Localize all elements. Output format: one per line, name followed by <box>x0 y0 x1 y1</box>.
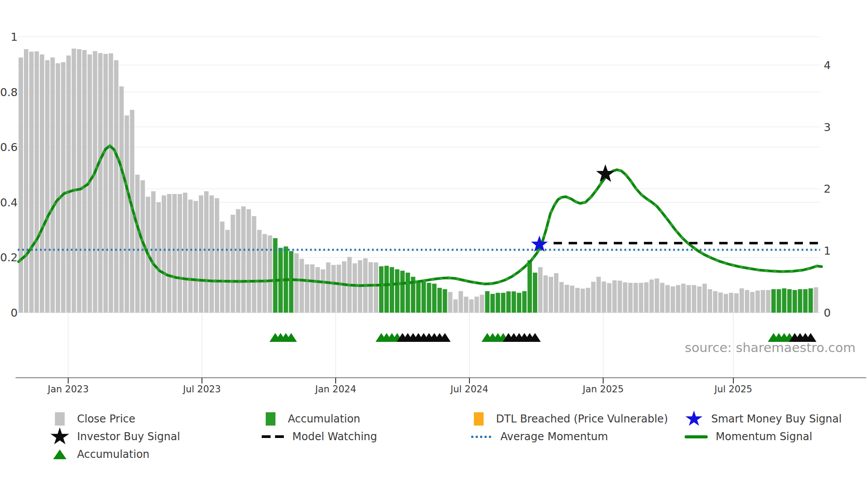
x-axis: Jan 2023Jul 2023Jan 2024Jul 2024Jan 2025… <box>16 378 866 395</box>
close-price-bar <box>135 175 140 313</box>
black-dash-icon <box>260 435 285 438</box>
close-price-bar <box>692 285 696 313</box>
close-price-bar <box>119 86 124 313</box>
accumulation-bar <box>527 260 532 313</box>
close-price-bar <box>639 283 643 313</box>
close-price-bar <box>591 282 596 313</box>
close-price-bar <box>124 116 129 313</box>
close-price-bar <box>321 269 325 313</box>
right-tick-label: 3 <box>824 121 831 134</box>
left-tick-label: 0 <box>11 306 18 319</box>
close-price-bar <box>199 195 203 313</box>
legend-item-dtl-breached: DTL Breached (Price Vulnerable) <box>469 410 668 428</box>
accumulation-bar <box>787 289 792 313</box>
close-price-bar <box>459 291 463 313</box>
left-tick-label: 1 <box>11 31 18 43</box>
legend-item-model-watching: Model Watching <box>260 428 377 445</box>
close-price-bar <box>337 265 341 313</box>
accumulation-bar <box>422 282 426 313</box>
accumulation-bar <box>443 289 447 313</box>
close-price-bar <box>554 273 558 313</box>
close-price-bar <box>766 290 771 313</box>
accumulation-bar <box>809 288 813 313</box>
accumulation-bar <box>517 293 521 313</box>
accumulation-bar <box>782 288 787 313</box>
legend-label: Smart Money Buy Signal <box>711 413 842 425</box>
legend-label: Momentum Signal <box>716 430 812 443</box>
close-price-bar <box>66 55 71 313</box>
close-price-bar <box>156 202 161 313</box>
legend: Close Price Investor Buy Signal Accumula… <box>0 410 868 472</box>
close-price-bar <box>549 277 553 313</box>
close-price-bar <box>480 295 484 313</box>
close-price-bar <box>670 287 675 313</box>
close-price-bar <box>162 195 166 313</box>
close-price-bar <box>655 279 659 313</box>
close-price-bar <box>724 294 728 313</box>
close-price-bar <box>299 259 304 313</box>
close-price-bar <box>257 230 262 313</box>
close-price-bar <box>72 49 76 313</box>
close-price-bar <box>183 193 187 313</box>
x-tick-label: Jan 2023 <box>47 384 89 395</box>
right-tick-label: 2 <box>824 182 831 195</box>
close-price-bar <box>469 299 473 313</box>
close-price-bar <box>236 209 240 313</box>
close-price-bar <box>570 286 574 313</box>
close-price-bar <box>209 195 214 313</box>
accumulation-bar <box>438 288 442 313</box>
legend-column-3: DTL Breached (Price Vulnerable) Average … <box>469 410 668 445</box>
right-tick-label: 0 <box>824 306 831 319</box>
left-axis-labels: 00.20.40.60.81 <box>0 31 18 319</box>
close-price-bar <box>151 191 155 313</box>
close-price-swatch-icon <box>50 412 70 426</box>
legend-label: Model Watching <box>292 430 377 443</box>
close-price-bar <box>114 60 118 313</box>
close-price-bar <box>814 287 818 313</box>
orange-square-icon <box>469 412 489 426</box>
close-price-bar <box>453 299 458 313</box>
accumulation-bar <box>390 267 394 313</box>
close-price-bar <box>474 297 479 313</box>
close-price-bar <box>204 191 209 313</box>
close-price-bar <box>77 49 81 313</box>
close-price-bar <box>702 284 707 313</box>
close-price-bar <box>35 51 39 313</box>
close-price-bar <box>24 49 28 313</box>
right-axis-labels: 01234 <box>824 59 831 319</box>
green-line-icon <box>684 435 709 438</box>
accumulation-bar <box>379 266 384 313</box>
accumulation-bar <box>798 289 802 313</box>
x-tick-label: Jan 2025 <box>582 384 624 395</box>
legend-item-accumulation-marker: Accumulation <box>50 445 180 463</box>
legend-label: DTL Breached (Price Vulnerable) <box>496 413 668 425</box>
close-price-bar <box>29 52 34 313</box>
chart-page: Jan 2023Jul 2023Jan 2024Jul 2024Jan 2025… <box>0 0 868 488</box>
accumulation-bar <box>427 283 431 313</box>
close-price-bar <box>756 290 760 313</box>
left-tick-label: 0.6 <box>0 141 18 154</box>
close-price-bar <box>575 288 580 313</box>
close-price-bar <box>215 198 219 313</box>
legend-item-momentum-signal: Momentum Signal <box>684 428 842 445</box>
close-price-bar <box>56 63 60 313</box>
accumulation-bar <box>406 273 410 313</box>
close-price-bar <box>729 293 733 313</box>
legend-item-close-price: Close Price <box>50 410 180 428</box>
green-square-icon <box>260 412 281 426</box>
left-tick-label: 0.2 <box>0 251 18 264</box>
close-price-bar <box>353 263 357 313</box>
close-price-bar <box>19 58 23 313</box>
close-price-bar <box>263 234 267 313</box>
close-price-bar <box>305 264 309 313</box>
close-price-bar <box>718 293 723 313</box>
accumulation-bar <box>496 293 500 313</box>
blue-star-icon <box>684 411 704 427</box>
close-price-bar <box>734 293 739 313</box>
close-price-bar <box>612 280 617 313</box>
close-price-bar <box>61 62 66 313</box>
accumulation-bar <box>803 289 808 313</box>
price-bars <box>19 49 818 313</box>
close-price-bar <box>108 53 113 313</box>
close-price-bar <box>740 288 744 313</box>
